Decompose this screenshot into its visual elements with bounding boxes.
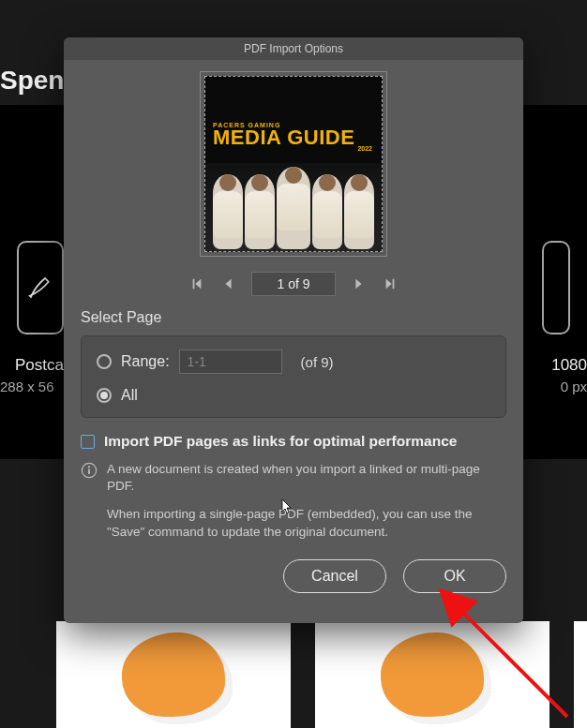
import-as-links-label: Import PDF pages as links for optimal pe… <box>104 433 457 450</box>
preview-text-year: 2022 <box>357 145 382 152</box>
range-input[interactable] <box>179 349 282 374</box>
svg-rect-2 <box>88 469 90 474</box>
svg-point-1 <box>88 466 90 468</box>
range-radio-row[interactable]: Range: (of 9) <box>97 349 490 374</box>
range-of-text: (of 9) <box>301 354 334 370</box>
dialog-title: PDF Import Options <box>244 42 343 55</box>
last-page-icon[interactable] <box>381 275 399 293</box>
range-radio[interactable] <box>97 354 112 369</box>
next-page-icon[interactable] <box>349 275 368 293</box>
range-radio-label: Range: <box>121 353 170 370</box>
page-indicator-input[interactable] <box>251 272 336 296</box>
preset-label-1080: 1080 <box>551 356 587 375</box>
all-radio-row[interactable]: All <box>97 387 490 404</box>
select-page-panel: Range: (of 9) All <box>81 335 506 418</box>
info-icon <box>81 462 98 479</box>
first-page-icon[interactable] <box>188 275 206 293</box>
template-thumb[interactable] <box>315 621 549 728</box>
preview-text-big: MEDIA GUIDE <box>213 128 354 147</box>
preset-card-postcard[interactable] <box>17 241 64 334</box>
info-text-2: When importing a single-page PDF (embedd… <box>107 506 506 540</box>
import-as-links-row[interactable]: Import PDF pages as links for optimal pe… <box>81 433 506 450</box>
template-thumb[interactable] <box>574 621 587 728</box>
template-thumb[interactable] <box>56 621 291 728</box>
pdf-preview-page: PACERS GAMING MEDIA GUIDE 2022 <box>204 76 383 252</box>
preset-card-1080[interactable] <box>542 241 570 334</box>
preset-sub-1080: 0 px <box>561 379 587 394</box>
pdf-import-options-dialog: PDF Import Options PACERS GAMING MEDIA G… <box>64 37 523 623</box>
ok-button[interactable]: OK <box>403 559 506 593</box>
preset-label-postcard: Postca <box>15 356 64 375</box>
info-note: A new document is created when you impor… <box>81 461 506 541</box>
page-navigator <box>81 272 506 296</box>
cancel-button[interactable]: Cancel <box>283 559 386 593</box>
preset-sub-postcard: 288 x 56 <box>0 379 54 394</box>
prev-page-icon[interactable] <box>219 275 238 293</box>
pdf-preview: PACERS GAMING MEDIA GUIDE 2022 <box>200 71 387 257</box>
all-radio[interactable] <box>97 388 112 403</box>
import-as-links-checkbox[interactable] <box>81 435 95 449</box>
all-radio-label: All <box>121 387 138 404</box>
info-text-1: A new document is created when you impor… <box>107 461 506 495</box>
select-page-heading: Select Page <box>81 309 506 326</box>
brush-icon <box>19 243 62 333</box>
dialog-titlebar: PDF Import Options <box>64 37 523 60</box>
